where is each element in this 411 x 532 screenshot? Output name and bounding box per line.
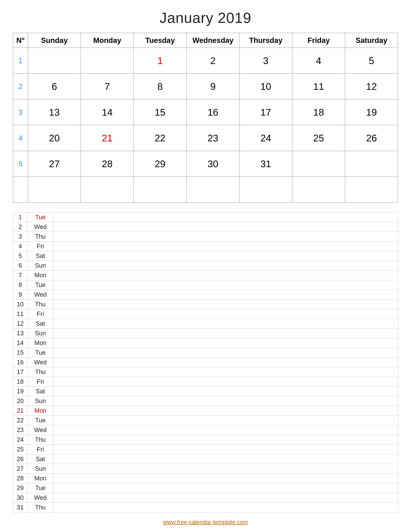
- daily-notes[interactable]: [53, 290, 398, 300]
- daily-notes[interactable]: [53, 212, 398, 222]
- monthly-header-saturday: Saturday: [345, 33, 398, 48]
- daily-notes[interactable]: [53, 377, 398, 387]
- month-day-cell: 8: [134, 74, 187, 99]
- daily-row: 28Mon: [13, 474, 398, 483]
- daily-day-name: Mon: [28, 338, 53, 348]
- daily-notes[interactable]: [53, 232, 398, 241]
- daily-day-name: Wed: [28, 290, 53, 300]
- daily-notes[interactable]: [53, 454, 398, 464]
- daily-day-name: Sun: [28, 464, 53, 474]
- week-number-4: 4: [13, 125, 28, 151]
- daily-row: 27Sun: [13, 464, 398, 474]
- month-day-cell: [292, 151, 345, 177]
- month-day-cell: 23: [187, 125, 239, 151]
- daily-day-number: 19: [13, 387, 28, 396]
- monthly-header-tuesday: Tuesday: [134, 33, 187, 48]
- month-day-cell: 15: [134, 99, 187, 125]
- daily-row: 8Tue: [13, 280, 398, 290]
- daily-day-name: Mon: [28, 271, 53, 280]
- page-title: January 2019: [159, 10, 251, 26]
- daily-day-number: 23: [13, 425, 28, 435]
- daily-row: 26Sat: [13, 454, 398, 464]
- daily-day-number: 31: [13, 503, 28, 512]
- daily-notes[interactable]: [53, 338, 398, 348]
- month-day-cell: 22: [134, 125, 187, 151]
- monthly-header-wednesday: Wednesday: [187, 33, 239, 48]
- month-day-cell: 21: [81, 125, 134, 151]
- daily-day-name: Fri: [28, 445, 53, 454]
- daily-day-name: Wed: [28, 222, 53, 232]
- daily-notes[interactable]: [53, 387, 398, 396]
- monthly-header-friday: Friday: [292, 33, 345, 48]
- daily-day-name: Mon: [28, 474, 53, 483]
- daily-day-name: Sat: [28, 251, 53, 261]
- daily-row: 21Mon: [13, 406, 398, 416]
- daily-notes[interactable]: [53, 416, 398, 425]
- month-day-cell: 25: [292, 125, 345, 151]
- month-day-cell: 10: [239, 74, 292, 99]
- daily-day-number: 10: [13, 300, 28, 309]
- month-day-cell: 13: [28, 99, 81, 125]
- month-day-cell: [292, 177, 345, 202]
- daily-row: 3Thu: [13, 232, 398, 241]
- daily-day-number: 24: [13, 435, 28, 445]
- daily-notes[interactable]: [53, 474, 398, 483]
- month-day-cell: 3: [239, 48, 292, 74]
- daily-notes[interactable]: [53, 261, 398, 271]
- daily-day-name: Sun: [28, 329, 53, 338]
- daily-notes[interactable]: [53, 329, 398, 338]
- daily-day-number: 15: [13, 348, 28, 358]
- daily-notes[interactable]: [53, 319, 398, 329]
- daily-day-number: 9: [13, 290, 28, 300]
- daily-notes[interactable]: [53, 271, 398, 280]
- daily-day-number: 11: [13, 309, 28, 319]
- week-number-6: [13, 177, 28, 202]
- daily-notes[interactable]: [53, 358, 398, 367]
- month-day-cell: 29: [134, 151, 187, 177]
- daily-row: 14Mon: [13, 338, 398, 348]
- daily-row: 6Sun: [13, 261, 398, 271]
- month-day-cell: [28, 177, 81, 202]
- daily-day-number: 8: [13, 280, 28, 290]
- daily-day-name: Wed: [28, 493, 53, 503]
- monthly-header-n: N°: [13, 33, 28, 48]
- daily-notes[interactable]: [53, 367, 398, 377]
- week-number-5: 5: [13, 151, 28, 177]
- daily-notes[interactable]: [53, 222, 398, 232]
- daily-notes[interactable]: [53, 503, 398, 512]
- month-day-cell: 24: [239, 125, 292, 151]
- daily-row: 23Wed: [13, 425, 398, 435]
- month-day-cell: 28: [81, 151, 134, 177]
- daily-row: 10Thu: [13, 300, 398, 309]
- daily-notes[interactable]: [53, 435, 398, 445]
- daily-notes[interactable]: [53, 251, 398, 261]
- daily-row: 5Sat: [13, 251, 398, 261]
- month-day-cell: 7: [81, 74, 134, 99]
- daily-day-number: 13: [13, 329, 28, 338]
- daily-day-number: 29: [13, 483, 28, 493]
- daily-day-name: Thu: [28, 300, 53, 309]
- daily-notes[interactable]: [53, 348, 398, 358]
- daily-notes[interactable]: [53, 493, 398, 503]
- daily-day-number: 21: [13, 406, 28, 416]
- daily-notes[interactable]: [53, 309, 398, 319]
- daily-day-name: Tue: [28, 483, 53, 493]
- month-day-cell: 9: [187, 74, 239, 99]
- daily-row: 7Mon: [13, 271, 398, 280]
- daily-notes[interactable]: [53, 425, 398, 435]
- daily-day-name: Tue: [28, 348, 53, 358]
- daily-notes[interactable]: [53, 464, 398, 474]
- daily-notes[interactable]: [53, 396, 398, 406]
- daily-notes[interactable]: [53, 445, 398, 454]
- month-day-cell: 26: [345, 125, 398, 151]
- daily-day-name: Sat: [28, 387, 53, 396]
- daily-notes[interactable]: [53, 280, 398, 290]
- daily-notes[interactable]: [53, 406, 398, 416]
- footer-link[interactable]: www.free-calendar-template.com: [163, 514, 248, 526]
- daily-notes[interactable]: [53, 300, 398, 309]
- daily-day-name: Wed: [28, 358, 53, 367]
- daily-row: 31Thu: [13, 503, 398, 512]
- daily-notes[interactable]: [53, 241, 398, 251]
- month-day-cell: [239, 177, 292, 202]
- daily-notes[interactable]: [53, 483, 398, 493]
